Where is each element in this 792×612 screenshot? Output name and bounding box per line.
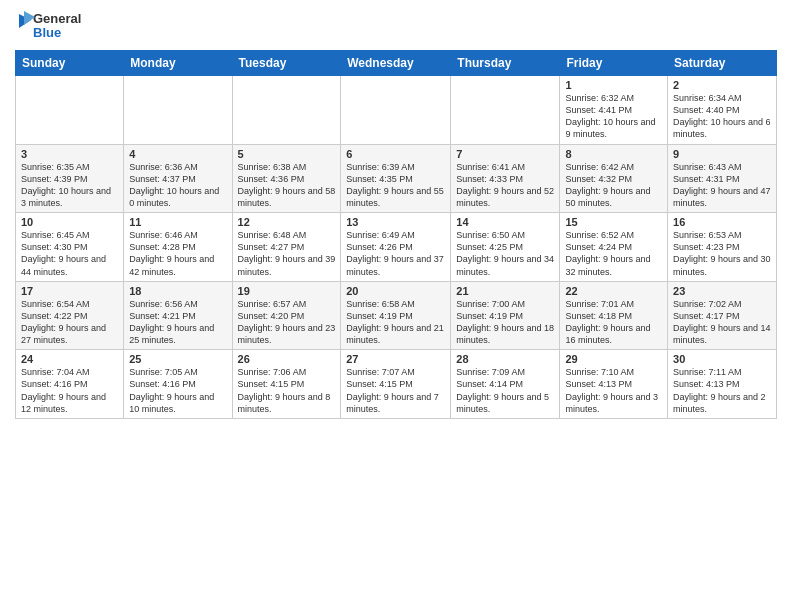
day-number: 1 <box>565 79 662 91</box>
weekday-header: Thursday <box>451 51 560 76</box>
day-number: 28 <box>456 353 554 365</box>
logo: General Blue <box>15 10 105 42</box>
day-number: 5 <box>238 148 336 160</box>
day-info: Sunrise: 6:57 AMSunset: 4:20 PMDaylight:… <box>238 298 336 347</box>
calendar-cell: 16Sunrise: 6:53 AMSunset: 4:23 PMDayligh… <box>668 213 777 282</box>
day-info: Sunrise: 7:05 AMSunset: 4:16 PMDaylight:… <box>129 366 226 415</box>
day-info: Sunrise: 6:48 AMSunset: 4:27 PMDaylight:… <box>238 229 336 278</box>
day-number: 19 <box>238 285 336 297</box>
day-number: 30 <box>673 353 771 365</box>
calendar-cell <box>232 76 341 145</box>
calendar-cell <box>341 76 451 145</box>
calendar-cell: 2Sunrise: 6:34 AMSunset: 4:40 PMDaylight… <box>668 76 777 145</box>
calendar-cell: 28Sunrise: 7:09 AMSunset: 4:14 PMDayligh… <box>451 350 560 419</box>
calendar-cell: 10Sunrise: 6:45 AMSunset: 4:30 PMDayligh… <box>16 213 124 282</box>
weekday-header: Saturday <box>668 51 777 76</box>
day-number: 22 <box>565 285 662 297</box>
day-info: Sunrise: 7:10 AMSunset: 4:13 PMDaylight:… <box>565 366 662 415</box>
day-number: 24 <box>21 353 118 365</box>
calendar-cell: 27Sunrise: 7:07 AMSunset: 4:15 PMDayligh… <box>341 350 451 419</box>
day-number: 16 <box>673 216 771 228</box>
calendar-cell <box>451 76 560 145</box>
calendar-cell: 8Sunrise: 6:42 AMSunset: 4:32 PMDaylight… <box>560 144 668 213</box>
day-info: Sunrise: 7:06 AMSunset: 4:15 PMDaylight:… <box>238 366 336 415</box>
calendar-cell <box>16 76 124 145</box>
calendar-cell: 17Sunrise: 6:54 AMSunset: 4:22 PMDayligh… <box>16 281 124 350</box>
calendar-cell: 24Sunrise: 7:04 AMSunset: 4:16 PMDayligh… <box>16 350 124 419</box>
day-number: 2 <box>673 79 771 91</box>
weekday-header: Wednesday <box>341 51 451 76</box>
day-info: Sunrise: 6:52 AMSunset: 4:24 PMDaylight:… <box>565 229 662 278</box>
day-info: Sunrise: 7:07 AMSunset: 4:15 PMDaylight:… <box>346 366 445 415</box>
page-header: General Blue <box>15 10 777 42</box>
logo-svg: General Blue <box>15 10 105 42</box>
day-info: Sunrise: 7:09 AMSunset: 4:14 PMDaylight:… <box>456 366 554 415</box>
day-number: 14 <box>456 216 554 228</box>
calendar-cell: 6Sunrise: 6:39 AMSunset: 4:35 PMDaylight… <box>341 144 451 213</box>
calendar-cell: 30Sunrise: 7:11 AMSunset: 4:13 PMDayligh… <box>668 350 777 419</box>
calendar-cell: 15Sunrise: 6:52 AMSunset: 4:24 PMDayligh… <box>560 213 668 282</box>
calendar-cell: 4Sunrise: 6:36 AMSunset: 4:37 PMDaylight… <box>124 144 232 213</box>
day-number: 20 <box>346 285 445 297</box>
weekday-header: Friday <box>560 51 668 76</box>
day-number: 13 <box>346 216 445 228</box>
day-number: 6 <box>346 148 445 160</box>
day-number: 8 <box>565 148 662 160</box>
day-info: Sunrise: 6:41 AMSunset: 4:33 PMDaylight:… <box>456 161 554 210</box>
calendar-cell: 23Sunrise: 7:02 AMSunset: 4:17 PMDayligh… <box>668 281 777 350</box>
day-number: 3 <box>21 148 118 160</box>
day-info: Sunrise: 6:49 AMSunset: 4:26 PMDaylight:… <box>346 229 445 278</box>
day-info: Sunrise: 6:54 AMSunset: 4:22 PMDaylight:… <box>21 298 118 347</box>
day-number: 10 <box>21 216 118 228</box>
calendar-cell: 9Sunrise: 6:43 AMSunset: 4:31 PMDaylight… <box>668 144 777 213</box>
day-info: Sunrise: 6:42 AMSunset: 4:32 PMDaylight:… <box>565 161 662 210</box>
calendar-cell: 26Sunrise: 7:06 AMSunset: 4:15 PMDayligh… <box>232 350 341 419</box>
day-info: Sunrise: 6:50 AMSunset: 4:25 PMDaylight:… <box>456 229 554 278</box>
day-info: Sunrise: 6:46 AMSunset: 4:28 PMDaylight:… <box>129 229 226 278</box>
calendar-cell: 25Sunrise: 7:05 AMSunset: 4:16 PMDayligh… <box>124 350 232 419</box>
calendar-cell: 22Sunrise: 7:01 AMSunset: 4:18 PMDayligh… <box>560 281 668 350</box>
day-info: Sunrise: 7:11 AMSunset: 4:13 PMDaylight:… <box>673 366 771 415</box>
calendar-table: SundayMondayTuesdayWednesdayThursdayFrid… <box>15 50 777 419</box>
calendar-cell: 3Sunrise: 6:35 AMSunset: 4:39 PMDaylight… <box>16 144 124 213</box>
day-number: 26 <box>238 353 336 365</box>
day-info: Sunrise: 6:39 AMSunset: 4:35 PMDaylight:… <box>346 161 445 210</box>
day-number: 15 <box>565 216 662 228</box>
day-number: 12 <box>238 216 336 228</box>
calendar-cell: 7Sunrise: 6:41 AMSunset: 4:33 PMDaylight… <box>451 144 560 213</box>
day-info: Sunrise: 7:01 AMSunset: 4:18 PMDaylight:… <box>565 298 662 347</box>
day-number: 25 <box>129 353 226 365</box>
day-info: Sunrise: 6:53 AMSunset: 4:23 PMDaylight:… <box>673 229 771 278</box>
day-info: Sunrise: 7:00 AMSunset: 4:19 PMDaylight:… <box>456 298 554 347</box>
day-number: 17 <box>21 285 118 297</box>
day-info: Sunrise: 6:36 AMSunset: 4:37 PMDaylight:… <box>129 161 226 210</box>
day-info: Sunrise: 6:38 AMSunset: 4:36 PMDaylight:… <box>238 161 336 210</box>
calendar-cell: 20Sunrise: 6:58 AMSunset: 4:19 PMDayligh… <box>341 281 451 350</box>
weekday-header: Monday <box>124 51 232 76</box>
day-number: 23 <box>673 285 771 297</box>
day-number: 9 <box>673 148 771 160</box>
day-info: Sunrise: 6:32 AMSunset: 4:41 PMDaylight:… <box>565 92 662 141</box>
calendar-cell <box>124 76 232 145</box>
calendar-cell: 29Sunrise: 7:10 AMSunset: 4:13 PMDayligh… <box>560 350 668 419</box>
calendar-cell: 19Sunrise: 6:57 AMSunset: 4:20 PMDayligh… <box>232 281 341 350</box>
day-info: Sunrise: 7:02 AMSunset: 4:17 PMDaylight:… <box>673 298 771 347</box>
day-number: 4 <box>129 148 226 160</box>
weekday-header: Sunday <box>16 51 124 76</box>
day-info: Sunrise: 6:45 AMSunset: 4:30 PMDaylight:… <box>21 229 118 278</box>
calendar-cell: 11Sunrise: 6:46 AMSunset: 4:28 PMDayligh… <box>124 213 232 282</box>
svg-text:General: General <box>33 11 81 26</box>
calendar-cell: 13Sunrise: 6:49 AMSunset: 4:26 PMDayligh… <box>341 213 451 282</box>
calendar-cell: 14Sunrise: 6:50 AMSunset: 4:25 PMDayligh… <box>451 213 560 282</box>
day-number: 7 <box>456 148 554 160</box>
day-number: 21 <box>456 285 554 297</box>
day-info: Sunrise: 6:34 AMSunset: 4:40 PMDaylight:… <box>673 92 771 141</box>
day-info: Sunrise: 6:35 AMSunset: 4:39 PMDaylight:… <box>21 161 118 210</box>
day-info: Sunrise: 6:58 AMSunset: 4:19 PMDaylight:… <box>346 298 445 347</box>
calendar-cell: 5Sunrise: 6:38 AMSunset: 4:36 PMDaylight… <box>232 144 341 213</box>
calendar-cell: 18Sunrise: 6:56 AMSunset: 4:21 PMDayligh… <box>124 281 232 350</box>
day-number: 27 <box>346 353 445 365</box>
day-number: 11 <box>129 216 226 228</box>
day-info: Sunrise: 6:43 AMSunset: 4:31 PMDaylight:… <box>673 161 771 210</box>
day-number: 18 <box>129 285 226 297</box>
